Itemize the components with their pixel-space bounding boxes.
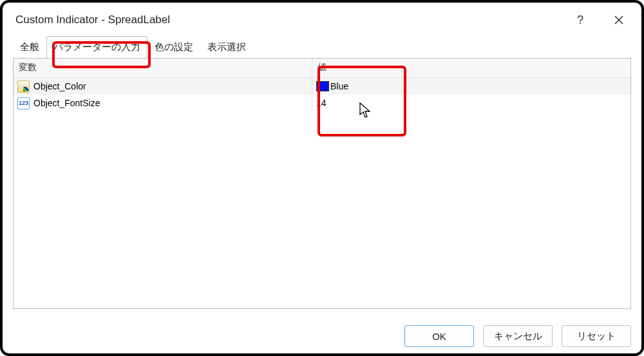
button-label: OK xyxy=(432,331,446,342)
variable-cell: Object_Color xyxy=(14,78,312,95)
table-header: 変数 値 xyxy=(14,59,630,78)
tab-label: 色の設定 xyxy=(155,41,193,52)
reset-button[interactable]: リセット xyxy=(562,325,631,347)
value-cell[interactable]: Blue xyxy=(312,78,630,95)
tab-general[interactable]: 全般 xyxy=(13,36,46,59)
header-value[interactable]: 値 xyxy=(312,59,630,78)
tab-label: 全般 xyxy=(20,41,39,52)
table-row[interactable]: 123 Object_FontSize 14 xyxy=(14,95,630,111)
value-cell[interactable]: 14 xyxy=(312,95,630,111)
table-row[interactable]: Object_Color Blue xyxy=(14,78,630,95)
value-text: 14 xyxy=(316,98,327,108)
help-button[interactable]: ? xyxy=(571,10,590,30)
variable-name: Object_FontSize xyxy=(33,98,100,108)
ok-button[interactable]: OK xyxy=(404,325,474,347)
variable-cell: 123 Object_FontSize xyxy=(14,95,312,111)
cancel-button[interactable]: キャンセル xyxy=(483,325,553,347)
tab-label: 表示選択 xyxy=(207,41,246,52)
number-type-icon: 123 xyxy=(17,97,30,109)
window-controls: ? xyxy=(571,10,629,30)
tab-bar: 全般 パラメーターの入力 色の設定 表示選択 xyxy=(4,35,640,58)
button-label: リセット xyxy=(577,330,616,342)
variable-name: Object_Color xyxy=(33,81,86,91)
header-variable[interactable]: 変数 xyxy=(14,59,312,78)
tab-label: パラメーターの入力 xyxy=(53,41,140,52)
parameter-table: 変数 値 Object_Color Blue 123 Object_FontSi… xyxy=(13,58,631,309)
close-button[interactable] xyxy=(609,10,629,30)
dialog-buttons: OK キャンセル リセット xyxy=(404,325,631,347)
close-icon xyxy=(614,15,623,24)
tab-colors[interactable]: 色の設定 xyxy=(147,36,200,59)
color-type-icon xyxy=(17,80,30,93)
color-swatch xyxy=(316,81,329,91)
window-title: Custom Indicator - SpreadLabel xyxy=(15,14,170,26)
titlebar: Custom Indicator - SpreadLabel ? xyxy=(4,4,640,35)
dialog-window: Custom Indicator - SpreadLabel ? 全般 パラメー… xyxy=(0,0,644,356)
value-text: Blue xyxy=(330,81,348,91)
tab-parameters[interactable]: パラメーターの入力 xyxy=(46,36,147,59)
tab-display[interactable]: 表示選択 xyxy=(200,36,253,59)
button-label: キャンセル xyxy=(494,330,542,342)
